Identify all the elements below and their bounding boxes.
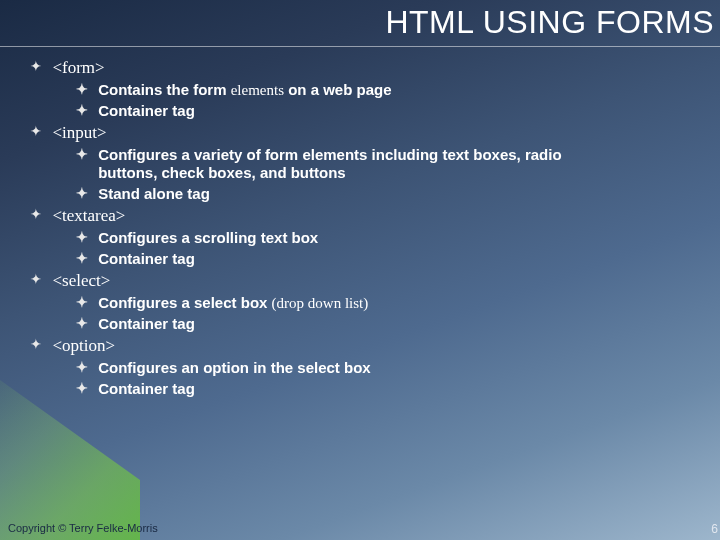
sub-item: ✦ Container tag [76, 315, 680, 333]
sub-item: ✦ Configures a variety of form elements … [76, 146, 680, 182]
list-item: ✦ <option> [30, 336, 680, 356]
bullet-icon: ✦ [30, 206, 48, 222]
bullet-icon: ✦ [76, 102, 94, 119]
bullet-icon: ✦ [76, 229, 94, 246]
bullet-icon: ✦ [76, 250, 94, 267]
bullet-icon: ✦ [76, 294, 94, 311]
sub-text: Contains the form elements on a web page [98, 81, 391, 99]
sub-text: Configures a select box (drop down list) [98, 294, 368, 312]
sub-item: ✦ Container tag [76, 102, 680, 120]
sub-item: ✦ Configures an option in the select box [76, 359, 680, 377]
slide: HTML USING FORMS ✦ <form> ✦ Contains the… [0, 0, 720, 540]
sub-item: ✦ Container tag [76, 380, 680, 398]
sub-text: Stand alone tag [98, 185, 210, 203]
list-item: ✦ <textarea> [30, 206, 680, 226]
slide-title: HTML USING FORMS [385, 4, 714, 41]
bullet-icon: ✦ [30, 336, 48, 352]
copyright-footer: Copyright © Terry Felke-Morris [8, 522, 158, 534]
sub-text: Configures a scrolling text box [98, 229, 318, 247]
sub-item: ✦ Stand alone tag [76, 185, 680, 203]
bullet-icon: ✦ [30, 58, 48, 74]
list-item: ✦ <input> [30, 123, 680, 143]
bullet-icon: ✦ [76, 315, 94, 332]
sub-item: ✦ Configures a select box (drop down lis… [76, 294, 680, 312]
sub-text: Configures an option in the select box [98, 359, 371, 377]
item-label: <input> [52, 123, 106, 142]
bullet-icon: ✦ [76, 81, 94, 98]
list-item: ✦ <select> [30, 271, 680, 291]
bullet-icon: ✦ [76, 146, 94, 163]
page-number: 6 [711, 522, 718, 536]
bullet-icon: ✦ [76, 185, 94, 202]
bullet-icon: ✦ [76, 359, 94, 376]
sub-item: ✦ Container tag [76, 250, 680, 268]
content-area: ✦ <form> ✦ Contains the form elements on… [30, 56, 680, 401]
item-label: <select> [52, 271, 110, 290]
bullet-icon: ✦ [30, 271, 48, 287]
sub-text: Configures a variety of form elements in… [98, 146, 618, 182]
sub-item: ✦ Contains the form elements on a web pa… [76, 81, 680, 99]
sub-item: ✦ Configures a scrolling text box [76, 229, 680, 247]
item-label: <textarea> [52, 206, 125, 225]
bullet-icon: ✦ [76, 380, 94, 397]
bullet-icon: ✦ [30, 123, 48, 139]
list-item: ✦ <form> [30, 58, 680, 78]
item-label: <option> [52, 336, 115, 355]
sub-text: Container tag [98, 315, 195, 333]
sub-text: Container tag [98, 250, 195, 268]
sub-text: Container tag [98, 380, 195, 398]
sub-text: Container tag [98, 102, 195, 120]
item-label: <form> [52, 58, 104, 77]
title-underline [0, 46, 720, 47]
